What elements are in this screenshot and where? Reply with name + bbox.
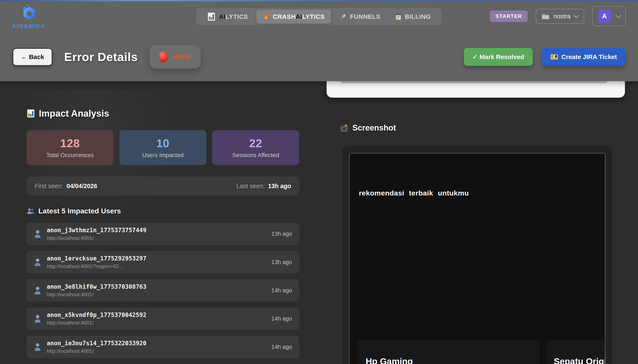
user-url: http://localhost:4001/ — [47, 292, 146, 298]
card-inner-edge — [341, 81, 607, 83]
navbar-right-cluster: STARTER nostra A — [490, 6, 626, 26]
impact-analysis-heading: Impact Analysis — [27, 108, 299, 119]
product-card: Sepatu Original — [546, 340, 605, 364]
impacted-user-row[interactable]: anon_1ervcksue_1775292953297 http://loca… — [27, 251, 299, 273]
plan-badge: STARTER — [490, 10, 528, 22]
camera-flash-icon — [340, 124, 349, 132]
stat-card: 10 Users Impacted — [119, 130, 206, 165]
error-details-page: AINAMIKA AILYTICS CRASHAILYTICS FUNNELS … — [0, 0, 638, 364]
header-actions: ✓ Mark Resolved Create JIRA Ticket — [464, 48, 625, 66]
nav-tabs: AILYTICS CRASHAILYTICS FUNNELS BILLING — [196, 8, 442, 25]
project-selector[interactable]: nostra — [536, 9, 584, 24]
back-button[interactable]: ← Back — [13, 48, 52, 66]
stat-label: Total Occurrences — [46, 152, 94, 158]
impacted-user-row[interactable]: anon_j3wthmz1n_1775373757449 http://loca… — [27, 223, 299, 245]
user-url: http://localhost:4001/ — [47, 320, 146, 326]
nav-tab-label: AILYTICS — [219, 13, 248, 20]
app-header: AINAMIKA AILYTICS CRASHAILYTICS FUNNELS … — [0, 0, 638, 81]
product-title: Sepatu Original — [554, 356, 605, 364]
first-seen: First seen: 04/04/2026 — [35, 183, 97, 190]
fire-icon — [263, 13, 269, 20]
first-seen-value: 04/04/2026 — [67, 183, 97, 190]
ticket-icon — [550, 54, 558, 60]
bar-chart-icon — [207, 12, 216, 21]
content-area: Impact Analysis 128 Total Occurrences 10… — [0, 81, 638, 364]
navbar: AINAMIKA AILYTICS CRASHAILYTICS FUNNELS … — [0, 0, 638, 33]
chevron-down-icon — [615, 12, 621, 18]
user-name: anon_ie3nu7s14_1775322033920 — [47, 340, 146, 347]
brand-logo[interactable]: AINAMIKA — [12, 5, 45, 29]
stats-row: 128 Total Occurrences 10 Users Impacted … — [27, 130, 299, 165]
user-icon — [34, 230, 41, 238]
user-name: anon_3e8lhif0w_1775370308763 — [47, 283, 146, 290]
severity-label: HIGH — [172, 53, 191, 61]
user-time: 14h ago — [271, 287, 292, 294]
user-list: anon_j3wthmz1n_1775373757449 http://loca… — [27, 223, 299, 358]
last-seen-label: Last seen: — [237, 183, 265, 190]
user-time: 14h ago — [271, 344, 292, 350]
stat-value: 22 — [249, 137, 262, 150]
first-seen-label: First seen: — [35, 183, 63, 190]
user-name: anon_1ervcksue_1775292953297 — [47, 255, 146, 262]
user-url: http://localhost:4001/ — [47, 235, 146, 241]
brand-name: AINAMIKA — [12, 23, 45, 29]
user-time: 14h ago — [271, 316, 292, 322]
user-icon — [34, 314, 41, 323]
stat-value: 128 — [60, 137, 80, 150]
user-icon — [34, 286, 41, 295]
screenshot-heading: Screenshot — [340, 123, 396, 132]
stat-card: 128 Total Occurrences — [27, 130, 114, 165]
severity-badge: HIGH — [150, 45, 201, 68]
user-icon — [34, 342, 41, 351]
brand-logo-icon — [20, 5, 38, 23]
user-icon — [34, 258, 41, 266]
screenshot-frame: rekomendasi terbaik untukmu Hp Gaming Se… — [349, 153, 605, 364]
avatar: A — [598, 10, 611, 23]
folder-icon — [541, 13, 550, 20]
product-title: Hp Gaming — [366, 356, 539, 364]
stat-value: 10 — [156, 137, 169, 150]
user-url: http://localhost:4001/?region=ID... — [47, 264, 146, 269]
user-time: 13h ago — [271, 231, 292, 237]
user-time: 13h ago — [271, 259, 292, 266]
nav-tab[interactable]: FUNNELS — [333, 10, 387, 24]
nav-tab-label: FUNNELS — [350, 13, 380, 20]
product-card: Hp Gaming — [358, 340, 539, 364]
stat-card: 22 Sessions Affected — [212, 130, 299, 165]
nav-tab-label: BILLING — [405, 13, 431, 20]
page-title: Error Details — [64, 50, 138, 64]
stat-label: Users Impacted — [142, 152, 184, 158]
project-name: nostra — [553, 13, 570, 20]
screenshot-caption: rekomendasi terbaik untukmu — [359, 189, 469, 197]
chevron-down-icon — [573, 12, 579, 18]
mark-resolved-button[interactable]: ✓ Mark Resolved — [464, 48, 532, 66]
page-header: ← Back Error Details HIGH ✓ Mark Resolve… — [0, 33, 638, 81]
impact-analysis-section: Impact Analysis 128 Total Occurrences 10… — [27, 81, 299, 358]
users-icon — [27, 208, 35, 214]
impacted-users-heading: Latest 5 Impacted Users — [27, 207, 299, 215]
stat-label: Sessions Affected — [232, 152, 279, 158]
receipt-icon — [395, 13, 401, 20]
rocket-icon — [339, 13, 347, 20]
user-name: anon_x5kvndf0p_1775370042592 — [47, 312, 146, 318]
nav-tab[interactable]: AILYTICS — [201, 10, 254, 24]
red-circle-icon — [159, 51, 168, 63]
bar-chart-icon — [27, 109, 35, 118]
create-jira-ticket-button[interactable]: Create JIRA Ticket — [542, 48, 625, 66]
last-seen-value: 13h ago — [268, 183, 291, 190]
user-menu[interactable]: A — [592, 6, 626, 26]
last-seen: Last seen: 13h ago — [237, 183, 291, 190]
nav-tab[interactable]: BILLING — [389, 10, 437, 24]
impacted-user-row[interactable]: anon_ie3nu7s14_1775322033920 http://loca… — [27, 336, 299, 358]
scrolled-card-bottom — [327, 81, 625, 98]
impacted-user-row[interactable]: anon_3e8lhif0w_1775370308763 http://loca… — [27, 279, 299, 302]
impacted-user-row[interactable]: anon_x5kvndf0p_1775370042592 http://loca… — [27, 308, 299, 330]
user-name: anon_j3wthmz1n_1775373757449 — [47, 227, 146, 234]
nav-tab-label: CRASHAILYTICS — [273, 13, 325, 20]
seen-bar: First seen: 04/04/2026 Last seen: 13h ag… — [27, 176, 299, 196]
user-url: http://localhost:4001/ — [47, 348, 146, 354]
nav-tab[interactable]: CRASHAILYTICS — [256, 10, 331, 24]
top-accent-bar — [0, 0, 638, 1]
screenshot-panel: rekomendasi terbaik untukmu Hp Gaming Se… — [342, 146, 612, 364]
